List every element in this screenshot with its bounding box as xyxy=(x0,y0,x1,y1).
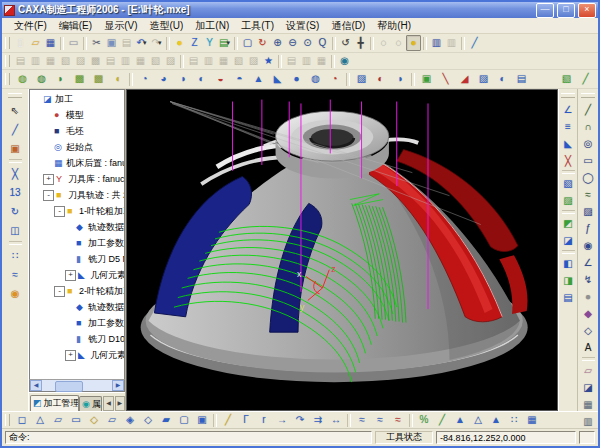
bitmap-tool-button[interactable]: ▦ xyxy=(579,396,598,413)
surface-machining-button[interactable]: ◐ xyxy=(192,71,211,88)
delete-entity-button[interactable]: ╳ xyxy=(5,164,25,183)
line-tool-button[interactable]: ╱ xyxy=(579,101,598,118)
curve-pen-button[interactable]: ╱ xyxy=(219,412,237,428)
command-prompt-field[interactable]: 命令: xyxy=(5,431,372,444)
hide-all-button[interactable]: ◌ xyxy=(391,35,406,51)
contour-machining-button[interactable]: ◑ xyxy=(173,71,192,88)
post-tool-button[interactable]: ▼ xyxy=(595,71,600,88)
toolbar-grip[interactable] xyxy=(561,93,575,98)
machining-op-button-2[interactable]: ◍ xyxy=(32,71,51,88)
tree-item-tool-library[interactable]: +Y刀具库 : fanuc xyxy=(30,171,124,187)
undo-button[interactable]: ↶▾ xyxy=(134,35,149,51)
3d-viewport[interactable]: z x y xyxy=(126,89,558,411)
ellipse-tool-button[interactable]: ◯ xyxy=(579,169,598,186)
tree-item-stock[interactable]: ■毛坯 xyxy=(30,123,124,139)
mesh-surface-button[interactable]: ◈ xyxy=(121,412,139,428)
polyline-tool-button[interactable]: ∠ xyxy=(579,254,598,271)
menu-model[interactable]: 造型(U) xyxy=(143,19,189,33)
redo-button-dropdown[interactable]: ▾ xyxy=(158,39,162,47)
simulate-button[interactable]: ▲ xyxy=(487,412,505,428)
minimize-button[interactable]: — xyxy=(536,3,554,18)
tree-expander[interactable]: + xyxy=(43,174,54,185)
cone-surface-button[interactable]: △ xyxy=(31,412,49,428)
toolbar-grip[interactable] xyxy=(581,93,595,98)
surface-extend-button[interactable]: ▨ xyxy=(559,192,577,209)
copy-button[interactable]: ▣ xyxy=(104,35,119,51)
tree-item-op1-rough[interactable]: -■1-叶轮粗加工 xyxy=(30,203,124,219)
layer-button-dropdown[interactable]: ▾ xyxy=(226,39,230,47)
menu-communication[interactable]: 通信(D) xyxy=(325,19,371,33)
corner-machining-button[interactable]: ◓ xyxy=(230,71,249,88)
trajectory-edit-button-6[interactable]: ▤ xyxy=(512,71,531,88)
tree-expander[interactable]: + xyxy=(65,270,76,281)
eraser-tool-button[interactable]: ▱ xyxy=(579,362,598,379)
menu-file[interactable]: 文件(F) xyxy=(8,19,53,33)
radial-machining-button[interactable]: ◔ xyxy=(325,71,344,88)
tree-expander[interactable]: - xyxy=(54,286,65,297)
toolbar-grip[interactable] xyxy=(5,55,10,67)
zoom-all-button[interactable]: ⊙ xyxy=(300,35,315,51)
stretch-curve-button[interactable]: ↔ xyxy=(327,412,345,428)
title-bar[interactable]: CAXA制造工程师2006 - [E:\叶轮.mxe] — □ × xyxy=(2,2,598,18)
drill-machining-button[interactable]: ▨ xyxy=(352,71,371,88)
offset-surface-button[interactable]: ◇ xyxy=(139,412,157,428)
tree-item-op2-geometry[interactable]: +◣几何元素 xyxy=(30,347,124,363)
rotate-curve-button[interactable]: ↷ xyxy=(291,412,309,428)
print-button[interactable]: ▭ xyxy=(66,35,81,51)
tab-scroll-right-button[interactable]: ▶ xyxy=(115,396,125,411)
zoom-out-button[interactable]: ⊖ xyxy=(285,35,300,51)
edit-tool-button-2[interactable]: ◨ xyxy=(559,272,577,289)
sketch-state-button[interactable]: ★ xyxy=(261,53,276,69)
tree-expander[interactable]: - xyxy=(54,206,65,217)
scroll-left-button[interactable]: ◀ xyxy=(30,380,42,391)
pan-view-button[interactable]: ╋ xyxy=(353,35,368,51)
plane-tool-button[interactable]: ▨ xyxy=(579,203,598,220)
chamfer-button[interactable]: ◣ xyxy=(559,135,577,152)
revolve-surface-button[interactable]: ▭ xyxy=(67,412,85,428)
rectangle-tool-button[interactable]: ▭ xyxy=(579,152,598,169)
stretch-surface-button[interactable]: ◻ xyxy=(13,412,31,428)
machining-op-button-3[interactable]: ◗ xyxy=(51,71,70,88)
point-tool-button[interactable]: ● xyxy=(579,288,598,305)
machining-op-button-4[interactable]: ▩ xyxy=(70,71,89,88)
trajectory-manage-button[interactable]: ▦ xyxy=(523,412,541,428)
machining-op-button-1[interactable]: ◍ xyxy=(13,71,32,88)
smooth-curve-button-1[interactable]: ≈ xyxy=(353,412,371,428)
polygon-tool-button[interactable]: ◇ xyxy=(579,322,598,339)
tree-item-op2-cutter[interactable]: ▮铣刀 D10 No:0 xyxy=(30,331,124,347)
hide-entity-button[interactable]: ◌ xyxy=(376,35,391,51)
machining-op-button-5[interactable]: ▩ xyxy=(89,71,108,88)
save-button[interactable]: ▦ xyxy=(43,35,58,51)
annotation-button[interactable]: ≡ xyxy=(559,118,577,135)
region-machining-button[interactable]: ◣ xyxy=(268,71,287,88)
show-entity-button[interactable]: ● xyxy=(406,35,421,51)
tree-item-start-point[interactable]: ◎起始点 xyxy=(30,139,124,155)
gcode-generate-button[interactable]: △ xyxy=(469,412,487,428)
sketch-pen-button[interactable]: ╱ xyxy=(467,35,482,51)
trajectory-simulate-button[interactable]: ▧ xyxy=(557,71,576,88)
border-surface-button[interactable]: ▢ xyxy=(175,412,193,428)
new-window-button[interactable]: ▢ xyxy=(240,35,255,51)
scroll-right-button[interactable]: ▶ xyxy=(112,380,124,391)
tree-item-op2-parameters[interactable]: ■加工参数 xyxy=(30,315,124,331)
toolbar-grip[interactable] xyxy=(5,73,10,85)
tree-item-op1-cutter[interactable]: ▮铣刀 D5 No:0 R xyxy=(30,251,124,267)
trajectory-edit-button-1[interactable]: ▣ xyxy=(417,71,436,88)
region-tool-button[interactable]: ◆ xyxy=(579,305,598,322)
tab-scroll-left-button[interactable]: ◀ xyxy=(103,396,113,411)
toolbar-grip[interactable] xyxy=(5,37,10,49)
dimension-button[interactable]: ∠ xyxy=(559,101,577,118)
arc-tool-button[interactable]: ∩ xyxy=(579,118,598,135)
menu-edit[interactable]: 编辑(E) xyxy=(53,19,98,33)
trajectory-check-button[interactable]: ╱ xyxy=(576,71,595,88)
groove-machining-button[interactable]: ◒ xyxy=(211,71,230,88)
surface-stitch-button[interactable]: ◩ xyxy=(559,215,577,232)
tree-item-op1-path-data[interactable]: ◆轨迹数据 xyxy=(30,219,124,235)
mirror-entity-button[interactable]: ◫ xyxy=(5,221,25,240)
surface-split-button[interactable]: ◪ xyxy=(559,232,577,249)
trajectory-edit-button-4[interactable]: ▨ xyxy=(474,71,493,88)
finish-machining-button[interactable]: ◕ xyxy=(154,71,173,88)
tab-machining-manager[interactable]: ◩ 加工管理 xyxy=(30,395,79,411)
trajectory-edit-button-5[interactable]: ◐ xyxy=(493,71,512,88)
view-manager-button[interactable]: ◉ xyxy=(337,53,352,69)
